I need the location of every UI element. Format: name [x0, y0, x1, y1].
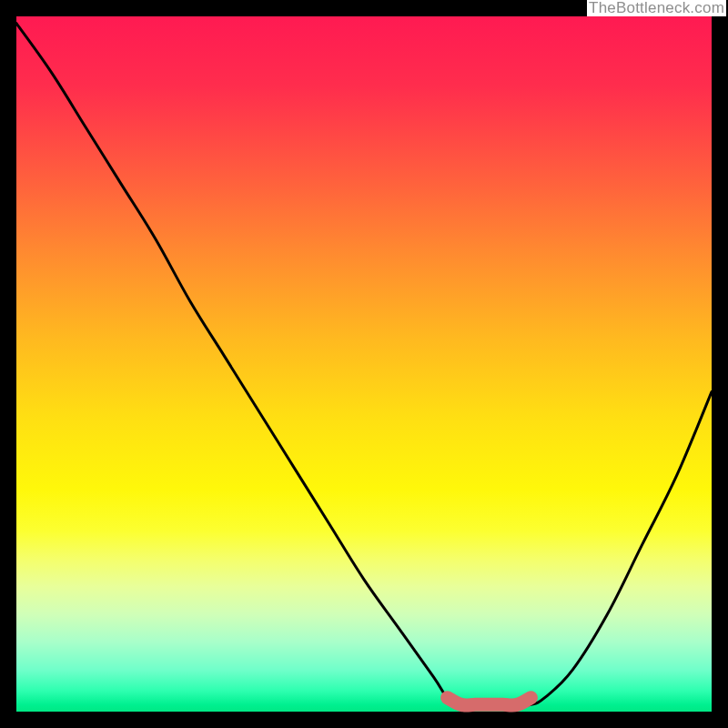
- chart-frame: TheBottleneck.com: [0, 0, 728, 728]
- bottleneck-curve-path: [16, 24, 712, 705]
- optimal-band-path: [448, 698, 531, 705]
- watermark-text: TheBottleneck.com: [587, 0, 726, 16]
- plot-area: [16, 16, 712, 712]
- chart-svg: [16, 16, 712, 712]
